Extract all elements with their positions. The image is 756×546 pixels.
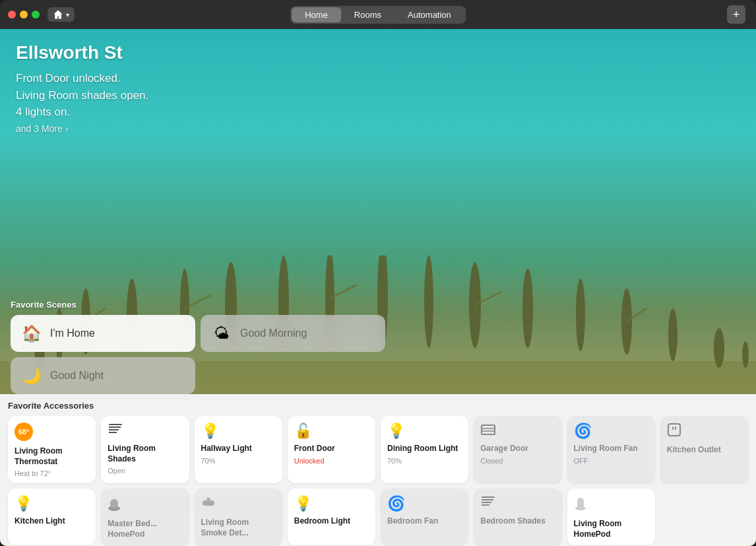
svg-rect-32 <box>675 427 676 430</box>
accessories-label: Favorite Accessories <box>8 401 748 411</box>
bedroom-shades-name: Bedroom Shades <box>480 516 555 527</box>
more-link[interactable]: and 3 More › <box>16 123 148 134</box>
garage-door-status: Closed <box>480 457 555 465</box>
minimize-button[interactable] <box>20 11 28 18</box>
traffic-lights <box>8 11 40 18</box>
temp-badge: 68° <box>15 423 33 441</box>
accessory-shades[interactable]: Living Room Shades Open <box>101 416 189 483</box>
accessory-kitchen-outlet[interactable]: Kitchen Outlet <box>660 416 748 483</box>
bedroom-fan-name: Bedroom Fan <box>387 516 462 527</box>
accessory-bedroom-fan[interactable]: 🌀 Bedroom Fan <box>381 489 468 545</box>
smoke-detector-icon <box>201 495 276 512</box>
accessory-bedroom-light[interactable]: 💡 Bedroom Light <box>288 489 375 545</box>
fan-icon: 🌀 <box>574 423 648 440</box>
accessory-dining-light[interactable]: 💡 Dining Room Light 70% <box>381 416 468 483</box>
svg-rect-36 <box>206 498 210 500</box>
tab-rooms[interactable]: Rooms <box>341 7 394 22</box>
garage-door-name: Garage Door <box>480 444 555 454</box>
good-morning-label: Good Morning <box>240 327 307 339</box>
outlet-icon <box>667 423 741 440</box>
app-window: ▾ Home Rooms Automation + <box>0 0 756 546</box>
accessory-lr-homepod[interactable]: Living Room HomePod <box>567 489 655 545</box>
svg-rect-37 <box>482 496 495 498</box>
living-fan-name: Living Room Fan <box>574 444 648 454</box>
status-line-3: 4 lights on. <box>16 104 148 121</box>
svg-rect-35 <box>203 500 214 506</box>
bedroom-light-name: Bedroom Light <box>294 516 369 527</box>
scenes-section: Favorite Scenes 🏠 I'm Home 🌤 Good Mornin… <box>11 300 745 394</box>
scene-good-morning[interactable]: 🌤 Good Morning <box>201 315 385 352</box>
front-door-status: Unlocked <box>294 457 369 465</box>
bedroom-shades-icon <box>480 495 555 511</box>
accessory-thermostat[interactable]: 68° Living Room Thermostat Heat to 72° <box>8 416 96 483</box>
house-icon <box>53 9 63 20</box>
front-door-name: Front Door <box>294 444 369 454</box>
kitchen-light-name: Kitchen Light <box>15 516 89 527</box>
chevron-down-icon: ▾ <box>66 11 69 18</box>
header-section: Ellsworth St Front Door unlocked. Living… <box>16 42 148 134</box>
maximize-button[interactable] <box>32 11 40 18</box>
accessories-row1: 68° Living Room Thermostat Heat to 72° <box>8 416 748 483</box>
light-bulb-icon: 💡 <box>201 423 276 440</box>
tab-group: Home Rooms Automation <box>290 6 466 24</box>
scene-im-home[interactable]: 🏠 I'm Home <box>11 315 195 352</box>
svg-rect-31 <box>672 427 674 430</box>
dining-light-icon: 💡 <box>387 423 462 440</box>
home-title: Ellsworth St <box>16 42 148 63</box>
kitchen-outlet-name: Kitchen Outlet <box>667 445 741 456</box>
dining-light-name: Dining Room Light <box>387 444 462 454</box>
svg-rect-30 <box>668 424 680 436</box>
thermostat-name: Living Room Thermostat <box>15 446 89 467</box>
svg-rect-27 <box>482 425 495 434</box>
svg-rect-23 <box>109 424 122 425</box>
hallway-light-status: 70% <box>201 457 276 465</box>
accessories-row2: 💡 Kitchen Light Master Bed... HomePod <box>8 489 748 545</box>
shades-icon <box>108 423 182 438</box>
add-button[interactable]: + <box>727 5 745 24</box>
scenes-label: Favorite Scenes <box>11 300 745 310</box>
shades-status: Open <box>108 467 182 475</box>
main-content: Ellsworth St Front Door unlocked. Living… <box>0 29 756 546</box>
good-night-icon: 🌙 <box>21 366 42 385</box>
living-fan-status: OFF <box>574 457 648 465</box>
home-nav-button[interactable]: ▾ <box>47 7 75 22</box>
tab-automation[interactable]: Automation <box>394 7 464 22</box>
good-morning-icon: 🌤 <box>211 324 232 343</box>
accessory-garage-door[interactable]: Garage Door Closed <box>474 416 561 483</box>
accessories-section: Favorite Accessories 68° Living Room The… <box>0 394 756 546</box>
status-line-2: Living Room shades open. <box>16 87 148 104</box>
im-home-label: I'm Home <box>50 327 95 339</box>
svg-rect-34 <box>110 499 118 508</box>
master-homepod-name: Master Bed... HomePod <box>108 519 182 539</box>
lock-icon: 🔓 <box>294 423 369 440</box>
lr-homepod-icon <box>574 495 648 514</box>
hallway-light-name: Hallway Light <box>201 444 276 454</box>
accessory-kitchen-light[interactable]: 💡 Kitchen Light <box>8 489 96 545</box>
accessory-smoke-det[interactable]: Living Room Smoke Det... <box>195 489 282 545</box>
scene-good-night[interactable]: 🌙 Good Night <box>11 357 195 394</box>
scenes-grid: 🏠 I'm Home 🌤 Good Morning 🌙 Good Night <box>11 315 745 394</box>
smoke-det-name: Living Room Smoke Det... <box>201 518 276 538</box>
homepod-mini-icon <box>108 495 182 514</box>
dining-light-status: 70% <box>387 457 462 465</box>
im-home-icon: 🏠 <box>21 324 42 343</box>
accessory-front-door[interactable]: 🔓 Front Door Unlocked <box>288 416 375 483</box>
garage-icon <box>480 423 555 438</box>
status-line-1: Front Door unlocked. <box>16 70 148 87</box>
accessory-master-homepod[interactable]: Master Bed... HomePod <box>101 489 189 545</box>
close-button[interactable] <box>8 11 16 18</box>
kitchen-light-icon: 💡 <box>15 495 89 512</box>
bedroom-light-icon: 💡 <box>294 495 369 512</box>
titlebar: ▾ Home Rooms Automation + <box>0 0 756 29</box>
good-night-label: Good Night <box>50 370 104 382</box>
status-text: Front Door unlocked. Living Room shades … <box>16 70 148 121</box>
tab-home[interactable]: Home <box>292 7 341 22</box>
accessory-bedroom-shades[interactable]: Bedroom Shades <box>474 489 561 545</box>
bedroom-fan-icon: 🌀 <box>387 495 462 512</box>
lr-homepod-name: Living Room HomePod <box>574 519 648 539</box>
shades-name: Living Room Shades <box>108 444 182 464</box>
svg-rect-42 <box>577 498 584 508</box>
thermostat-status: Heat to 72° <box>15 469 89 478</box>
accessory-living-fan[interactable]: 🌀 Living Room Fan OFF <box>567 416 655 483</box>
accessory-hallway-light[interactable]: 💡 Hallway Light 70% <box>195 416 282 483</box>
